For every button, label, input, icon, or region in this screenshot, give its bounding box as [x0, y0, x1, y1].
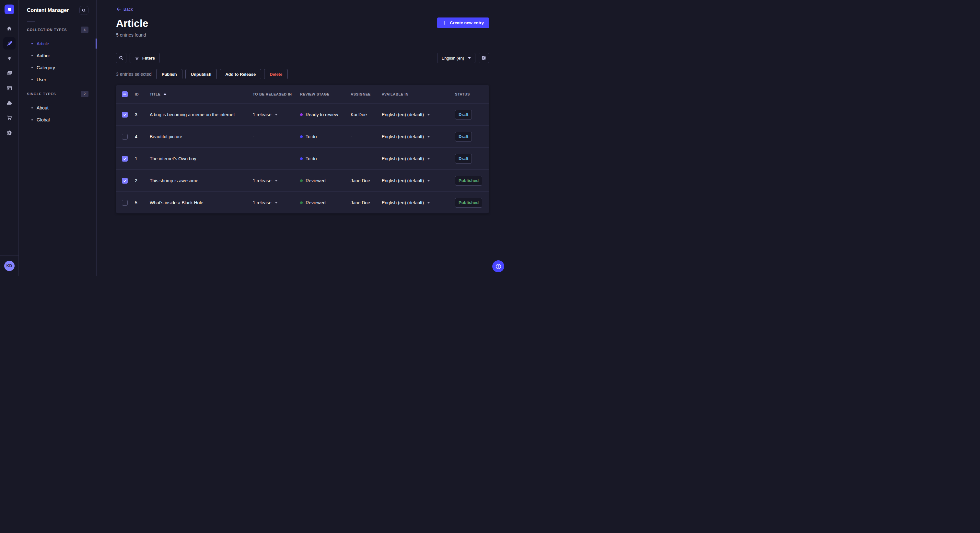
nav-settings-button[interactable] [3, 127, 16, 139]
cell-id: 4 [135, 134, 150, 139]
row-checkbox[interactable] [122, 200, 128, 206]
main-nav-rail: KD [0, 0, 19, 276]
release-label: 1 release [253, 112, 272, 117]
release-label: - [253, 156, 255, 161]
strapi-logo-icon [6, 6, 13, 13]
nav-content-type-builder-button[interactable] [3, 82, 16, 94]
locale-dropdown[interactable]: English (en) (default) [382, 156, 455, 161]
paper-plane-icon [6, 56, 12, 62]
column-header-release: TO BE RELEASED IN [253, 92, 300, 96]
gear-icon [6, 130, 12, 136]
plus-icon [442, 21, 447, 25]
stage-dot-icon [300, 157, 303, 160]
bullet-icon [32, 107, 33, 108]
locale-label: English (en) (default) [382, 200, 424, 205]
row-checkbox[interactable] [122, 156, 128, 162]
release-label: 1 release [253, 178, 272, 183]
column-header-assignee: ASSIGNEE [351, 92, 382, 96]
release-dropdown[interactable]: - [253, 134, 300, 139]
bulk-action-button[interactable]: Publish [156, 69, 183, 79]
select-all-checkbox[interactable] [122, 91, 128, 97]
nav-home-button[interactable] [3, 22, 16, 35]
back-link[interactable]: Back [116, 7, 133, 12]
release-dropdown[interactable]: 1 release [253, 112, 300, 117]
chevron-down-icon [427, 180, 430, 182]
main-content: Back Article 5 entries found Create new … [97, 0, 508, 276]
chevron-down-icon [275, 202, 278, 204]
cell-assignee: - [351, 134, 382, 139]
chevron-down-icon [275, 180, 278, 182]
cell-status: Published [455, 176, 489, 186]
row-checkbox[interactable] [122, 178, 128, 184]
nav-item-label: Global [37, 117, 49, 122]
status-badge: Draft [455, 154, 472, 163]
cloud-icon [6, 100, 13, 106]
locale-label: English (en) (default) [382, 156, 424, 161]
single-types-list: About Global [27, 102, 89, 125]
column-header-title[interactable]: TITLE [150, 92, 253, 96]
cell-review-stage: Reviewed [300, 178, 351, 183]
cell-review-stage: Reviewed [300, 200, 351, 205]
bulk-action-button[interactable]: Unpublish [185, 69, 217, 79]
section-label: COLLECTION TYPES [27, 28, 67, 32]
sidebar-search-button[interactable] [80, 6, 89, 15]
sidebar-nav-item[interactable]: Article [27, 38, 89, 49]
locale-value: English (en) [442, 56, 464, 60]
user-avatar[interactable]: KD [4, 261, 14, 271]
view-settings-button[interactable] [479, 53, 489, 63]
sidebar-nav-item[interactable]: Global [27, 114, 89, 125]
strapi-logo[interactable] [5, 5, 14, 14]
locale-dropdown[interactable]: English (en) (default) [382, 134, 455, 139]
table-search-button[interactable] [116, 53, 126, 63]
table-row[interactable]: 3 A bug is becoming a meme on the intern… [116, 103, 489, 125]
filters-button[interactable]: Filters [130, 53, 160, 63]
sidebar-nav-item[interactable]: About [27, 102, 89, 114]
section-count-badge: 4 [81, 27, 89, 33]
cell-title: Beautiful picture [150, 134, 253, 139]
nav-cloud-button[interactable] [3, 97, 16, 109]
locale-select[interactable]: English (en) [437, 53, 476, 63]
nav-marketplace-button[interactable] [3, 112, 16, 124]
row-checkbox[interactable] [122, 112, 128, 117]
nav-item-label: About [37, 105, 49, 110]
row-checkbox[interactable] [122, 134, 128, 140]
sidebar-nav-item[interactable]: Category [27, 62, 89, 73]
checkmark-icon [123, 156, 127, 161]
nav-releases-button[interactable] [3, 52, 16, 65]
sidebar-nav-item[interactable]: Author [27, 49, 89, 62]
chevron-down-icon [427, 202, 430, 204]
svg-text:?: ? [497, 264, 499, 268]
create-new-entry-button[interactable]: Create new entry [437, 17, 489, 28]
cell-status: Draft [455, 110, 489, 119]
locale-dropdown[interactable]: English (en) (default) [382, 112, 455, 117]
bullet-icon [32, 43, 33, 44]
cell-status: Draft [455, 154, 489, 163]
bulk-action-button[interactable]: Add to Release [220, 69, 261, 79]
bullet-icon [32, 67, 33, 68]
help-button[interactable]: ? [492, 260, 504, 272]
release-dropdown[interactable]: 1 release [253, 200, 300, 205]
release-dropdown[interactable]: 1 release [253, 178, 300, 183]
locale-dropdown[interactable]: English (en) (default) [382, 178, 455, 183]
cell-id: 1 [135, 156, 150, 161]
table-row[interactable]: 4 Beautiful picture - To do - English (e… [116, 125, 489, 148]
bulk-actions-group: PublishUnpublishAdd to ReleaseDelete [156, 69, 288, 79]
sidebar-nav-item[interactable]: User [27, 73, 89, 86]
cell-status: Draft [455, 132, 489, 141]
nav-media-library-button[interactable] [3, 67, 16, 79]
release-dropdown[interactable]: - [253, 156, 300, 161]
table-row[interactable]: 5 What's inside a Black Hole 1 release R… [116, 191, 489, 213]
table-body: 3 A bug is becoming a meme on the intern… [116, 103, 489, 213]
collection-types-section: COLLECTION TYPES 4 Article Author Catego… [27, 26, 89, 86]
stage-dot-icon [300, 179, 303, 182]
checkmark-icon [123, 178, 127, 183]
table-row[interactable]: 2 This shrimp is awesome 1 release Revie… [116, 169, 489, 191]
section-label: SINGLE TYPES [27, 92, 56, 96]
release-label: 1 release [253, 200, 272, 205]
selection-count-text: 3 entries selected [116, 71, 152, 77]
locale-dropdown[interactable]: English (en) (default) [382, 200, 455, 205]
nav-content-manager-button[interactable] [3, 37, 16, 49]
stage-label: Reviewed [305, 178, 325, 183]
bulk-action-button[interactable]: Delete [264, 69, 288, 79]
table-row[interactable]: 1 The internet's Own boy - To do - Engli… [116, 148, 489, 169]
